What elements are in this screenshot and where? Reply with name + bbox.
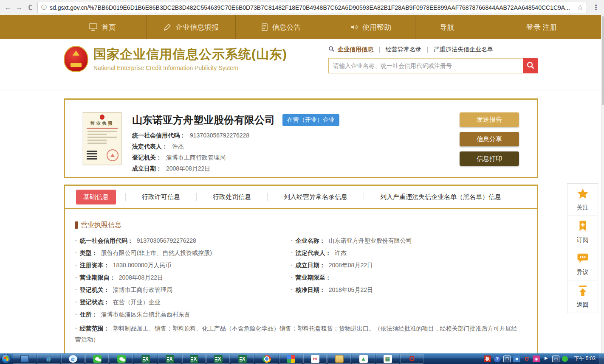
- chrome-icon: [262, 355, 271, 363]
- info-row: 成立日期：2008年08月22日: [291, 259, 527, 272]
- sidebar-item-back-to-top[interactable]: 返回: [567, 280, 598, 313]
- volume-icon[interactable]: [542, 356, 550, 362]
- folder-icon: [335, 355, 344, 363]
- nav-item-home[interactable]: 首页: [58, 15, 147, 39]
- tray-g-icon[interactable]: [523, 356, 530, 362]
- excel-icon: [190, 355, 198, 363]
- nav-item-label: 使用帮助: [362, 22, 391, 32]
- search-link-abnormal-list[interactable]: 经营异常名录: [386, 46, 421, 53]
- taskbar-app-red-g[interactable]: [400, 354, 423, 364]
- tab-administrative-penalty[interactable]: 行政处罚信息: [196, 193, 267, 201]
- browser-back-icon[interactable]: [3, 2, 14, 13]
- monitor-icon: [88, 23, 98, 31]
- license-seal: [107, 149, 119, 161]
- star-icon: [576, 188, 590, 202]
- company-field-row: 统一社会信用代码： 913703056792276228: [132, 132, 339, 143]
- excel-icon: [238, 355, 247, 363]
- sidebar-item-follow[interactable]: 关注: [567, 184, 598, 216]
- sidebar-item-subscribe[interactable]: 订阅: [567, 216, 598, 248]
- url-text: sd.gsxt.gov.cn/%7BB6D019E6D1B6E86B3DC2B3…: [50, 4, 577, 11]
- browser-reload-icon[interactable]: [25, 2, 36, 13]
- wechat-icon: [117, 355, 126, 363]
- info-row: 类型：股份有限公司(非上市、自然人投资或控股): [75, 247, 291, 259]
- sidebar-item-dispute[interactable]: 异议: [567, 248, 598, 280]
- search-link-blacklist[interactable]: 严重违法失信企业名单: [434, 46, 493, 53]
- search-button[interactable]: [523, 58, 538, 73]
- excel-icon: [166, 355, 174, 363]
- address-bar[interactable]: sd.gsxt.gov.cn/%7BB6D019E6D1B6E86B3DC2B3…: [37, 2, 587, 13]
- company-name: 山东诺亚方舟塑业股份有限公司: [132, 113, 275, 127]
- taskbar-app-bank[interactable]: [376, 354, 399, 364]
- nav-item-login-register[interactable]: 登录 注册: [479, 15, 604, 39]
- taskbar-app-excel-1[interactable]: [134, 354, 157, 364]
- page-scrollbar[interactable]: [601, 15, 604, 353]
- tray-help-icon[interactable]: [494, 356, 501, 362]
- scrollbar-thumb[interactable]: [602, 16, 604, 105]
- divider: [379, 47, 380, 53]
- print-info-button[interactable]: 信息打印: [460, 151, 519, 166]
- detail-card: 基础信息 行政许可信息 行政处罚信息 列入经营异常名录信息 列入严重违法失信企业…: [64, 185, 538, 364]
- show-desktop-button[interactable]: [599, 353, 604, 364]
- share-info-button[interactable]: 信息分享: [460, 132, 519, 146]
- info-row-empty: [291, 308, 527, 321]
- taskbar-app-desktop[interactable]: [13, 354, 36, 364]
- nav-item-navigation[interactable]: 导航: [415, 15, 479, 39]
- license-emblem-icon: [100, 115, 104, 120]
- browser-menu-icon[interactable]: [590, 2, 601, 13]
- license-info-grid: 统一社会信用代码：913703056792276228 企业名称：山东诺亚方舟塑…: [65, 230, 537, 347]
- start-button[interactable]: [1, 354, 11, 364]
- tab-administrative-license[interactable]: 行政许可信息: [125, 193, 196, 201]
- system-tray: [484, 356, 568, 362]
- section-marker: [75, 221, 78, 229]
- bookmark-star-icon[interactable]: [577, 3, 583, 11]
- taskbar-app-wechat-1[interactable]: [85, 354, 109, 364]
- g-app-icon: [408, 355, 416, 363]
- taskbar-app-hi[interactable]: [303, 354, 327, 364]
- drive-app-icon: [359, 355, 368, 363]
- taskbar-app-excel-4[interactable]: [206, 354, 230, 364]
- nav-item-label: 企业信息填报: [175, 22, 219, 32]
- tray-ji-app-icon[interactable]: [484, 356, 491, 362]
- taskbar-app-drive[interactable]: [352, 354, 375, 364]
- internet-explorer-icon: [69, 355, 77, 363]
- nav-item-help[interactable]: 使用帮助: [326, 15, 415, 39]
- nav-item-label: 登录 注册: [526, 22, 557, 32]
- nav-item-report[interactable]: 企业信息填报: [147, 15, 236, 39]
- tray-user-icon[interactable]: [513, 356, 520, 362]
- search-input[interactable]: [328, 58, 523, 73]
- send-report-button[interactable]: 发送报告: [460, 112, 519, 127]
- tab-blacklist[interactable]: 列入严重违法失信企业名单（黑名单）信息: [364, 193, 517, 201]
- tray-wechat-icon[interactable]: [562, 356, 568, 362]
- taskbar-app-ie-window[interactable]: [61, 354, 85, 364]
- screen: sd.gsxt.gov.cn/%7BB6D019E6D1B6E86B3DC2B3…: [0, 0, 604, 364]
- section-title: 营业执照信息: [75, 221, 537, 230]
- search-link-credit-info[interactable]: 企业信用信息: [338, 46, 373, 53]
- taskbar-app-excel-5[interactable]: [231, 354, 254, 364]
- tray-camera-icon[interactable]: [533, 356, 540, 362]
- network-icon[interactable]: [552, 356, 559, 362]
- company-field-row: 登记机关： 淄博市工商行政管理局: [132, 154, 339, 165]
- dispute-icon: [576, 252, 590, 266]
- taskbar-clock[interactable]: 下午 5:03: [574, 355, 596, 362]
- taskbar-app-photos[interactable]: [279, 354, 302, 364]
- nav-item-announcement[interactable]: 信息公告: [236, 15, 326, 39]
- national-emblem-logo: [64, 46, 88, 72]
- search-category-icon: [328, 46, 335, 53]
- taskbar-app-folder[interactable]: [327, 354, 351, 364]
- taskbar-app-ie[interactable]: [37, 354, 60, 364]
- bank-app-icon: [384, 355, 392, 363]
- tab-abnormal-operation[interactable]: 列入经营异常名录信息: [267, 193, 364, 201]
- info-row: 住所：淄博市临淄区朱台镇北高西村东首: [75, 308, 291, 321]
- browser-forward-icon[interactable]: [14, 2, 25, 13]
- tab-basic-info[interactable]: 基础信息: [76, 190, 116, 204]
- page-info-icon[interactable]: [41, 3, 47, 11]
- taskbar-app-chrome[interactable]: [255, 354, 278, 364]
- brand: 国家企业信用信息公示系统(山东) National Enterprise Cre…: [64, 46, 287, 72]
- taskbar-app-excel-3[interactable]: [182, 354, 206, 364]
- excel-icon: [141, 355, 150, 363]
- tray-restore-window-icon[interactable]: [503, 356, 511, 362]
- taskbar-app-excel-2[interactable]: [158, 354, 181, 364]
- taskbar-app-wechat-2[interactable]: [110, 354, 133, 364]
- info-row-empty: [291, 296, 527, 308]
- business-license-thumbnail[interactable]: 营业执照: [83, 112, 121, 165]
